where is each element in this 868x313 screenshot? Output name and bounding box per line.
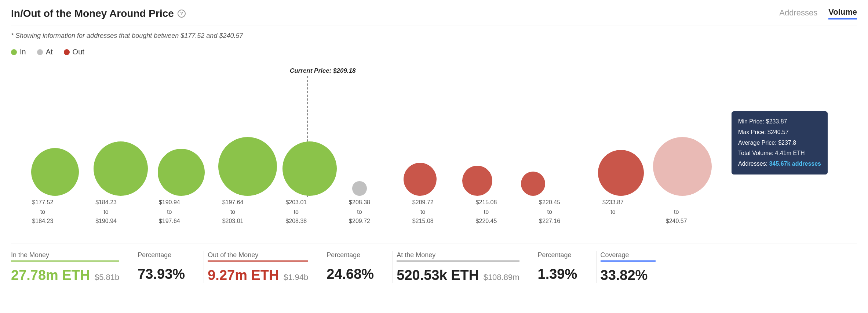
chart-area: Current Price: $209.18 [11,67,857,222]
label-2: $184.23to$190.94 [74,198,138,226]
at-dot [37,49,43,55]
at-money-eth: 520.53k ETH [397,267,479,283]
main-container: { "header": { "title": "In/Out of the Mo… [0,0,868,313]
at-label: At [46,48,53,56]
axis-line [11,196,857,196]
out-money-usd: $1.94b [284,273,308,282]
separator-2 [393,251,393,283]
tooltip-max-label: Max Price: [738,129,766,135]
out-pct-value: 24.68% [327,266,374,282]
stat-out-the-money: Out of the Money 9.27m ETH $1.94b [208,251,327,283]
help-icon[interactable]: ? [178,10,186,18]
label-11: to$240.57 [645,198,708,226]
bubble-10 [598,150,644,196]
tooltip: Min Price: $233.87 Max Price: $240.57 Av… [732,111,828,175]
current-price-label: Current Price: $209.18 [290,67,356,75]
at-money-value-row: 520.53k ETH $108.89m [397,267,519,283]
bubble-5 [282,141,337,196]
out-dot [64,49,70,55]
label-8: $215.08to$220.45 [455,198,518,226]
bubble-11 [653,137,712,196]
at-pct-label: Percentage [538,251,578,260]
tooltip-avg-value: $237.8 [778,140,796,146]
bubble-4 [218,137,277,196]
chart-title: In/Out of the Money Around Price ? [11,8,186,19]
legend-out: Out [64,48,84,56]
coverage-label: Coverage [601,251,656,262]
tooltip-vol-value: 4.41m ETH [775,150,805,156]
in-dot [11,49,17,55]
bubble-col-10 [598,86,644,196]
legend-at: At [37,48,53,56]
label-6: $208.38to$209.72 [328,198,391,226]
label-3: $190.94to$197.64 [138,198,201,226]
bubble-col-1 [31,86,79,196]
bubble-col-6 [352,86,367,196]
bubble-col-8 [462,86,492,196]
in-pct-value: 73.93% [138,266,185,282]
tooltip-min-value: $233.87 [766,118,787,125]
tooltip-min-label: Min Price: [738,118,764,125]
out-money-value-row: 9.27m ETH $1.94b [208,267,308,283]
out-pct-value-row: 24.68% [327,266,374,282]
bubble-2 [94,141,148,196]
stat-in-the-money: In the Money 27.78m ETH $5.81b [11,251,138,283]
at-pct-value: 1.39% [538,266,577,282]
label-4: $197.64to$203.01 [201,198,265,226]
tooltip-avg-label: Average Price: [738,140,777,146]
tooltip-addr-label: Addresses: [738,161,767,167]
stat-out-percentage: Percentage 24.68% [327,251,393,282]
at-money-label: At the Money [397,251,519,262]
label-10: $233.87to [581,198,645,226]
coverage-value-row: 33.82% [601,267,656,283]
tooltip-min-price: Min Price: $233.87 [738,116,821,127]
tooltip-avg-price: Average Price: $237.8 [738,138,821,148]
in-money-usd: $5.81b [95,273,119,282]
stats-row: In the Money 27.78m ETH $5.81b Percentag… [11,244,857,283]
bubble-7 [404,163,437,196]
bubble-col-2 [94,86,148,196]
legend-in: In [11,48,26,56]
tooltip-max-price: Max Price: $240.57 [738,127,821,138]
bubble-6 [352,181,367,196]
at-money-usd: $108.89m [484,273,519,282]
addresses-toggle[interactable]: Addresses [779,8,817,19]
label-5: $203.01to$208.38 [265,198,328,226]
in-money-eth: 27.78m ETH [11,267,90,283]
out-money-label: Out of the Money [208,251,308,262]
in-label: In [20,48,26,56]
stat-in-percentage: Percentage 73.93% [138,251,204,282]
stat-at-the-money: At the Money 520.53k ETH $108.89m [397,251,537,283]
x-axis-labels: $177.52to$184.23 $184.23to$190.94 $190.9… [11,198,708,226]
bubble-3 [158,149,205,196]
title-text: In/Out of the Money Around Price [11,8,174,19]
out-pct-label: Percentage [327,251,374,260]
tooltip-total-volume: Total Volume: 4.41m ETH [738,148,821,159]
in-pct-value-row: 73.93% [138,266,185,282]
coverage-value: 33.82% [601,267,648,283]
view-toggle: Addresses Volume [779,7,857,19]
bubble-col-7 [404,86,437,196]
bubble-1 [31,148,79,196]
header: In/Out of the Money Around Price ? Addre… [11,7,857,25]
label-1: $177.52to$184.23 [11,198,74,226]
out-label: Out [73,48,84,56]
stat-at-percentage: Percentage 1.39% [538,251,597,282]
bubble-col-11 [653,86,712,196]
subtitle: * Showing information for addresses that… [11,32,857,40]
bubble-col-4 [218,86,277,196]
tooltip-max-value: $240.57 [767,129,789,135]
bubble-col-3 [158,86,205,196]
volume-toggle[interactable]: Volume [828,7,857,19]
in-money-value-row: 27.78m ETH $5.81b [11,267,119,283]
tooltip-addr-value: 345.67k addresses [769,161,821,167]
separator-1 [204,251,204,283]
at-pct-value-row: 1.39% [538,266,578,282]
separator-3 [597,251,597,283]
label-7: $209.72to$215.08 [391,198,455,226]
tooltip-vol-label: Total Volume: [738,150,773,156]
legend: In At Out [11,48,857,56]
bubble-col-9 [521,86,545,196]
bubble-9 [521,172,545,196]
tooltip-addresses: Addresses: 345.67k addresses [738,159,821,169]
